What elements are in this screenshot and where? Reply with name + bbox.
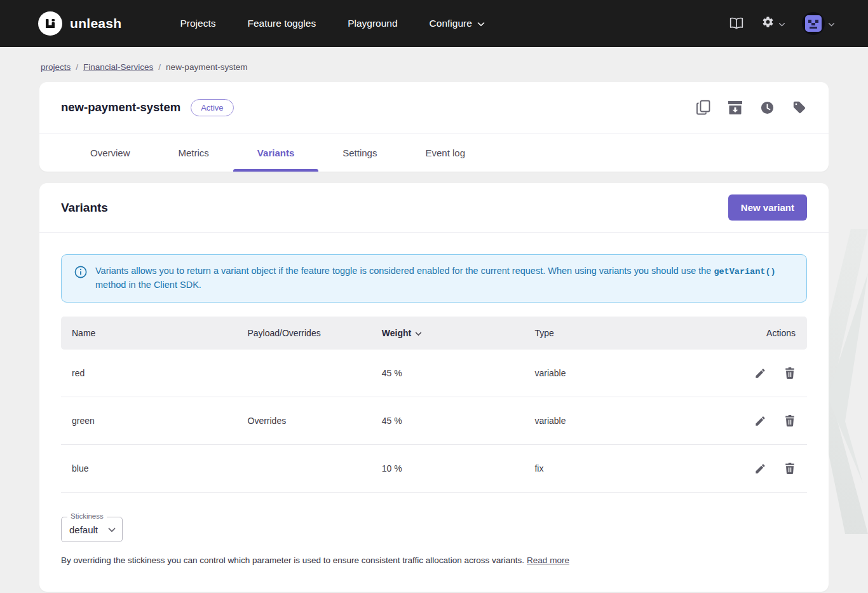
variant-weight: 10 % — [382, 463, 535, 474]
history-clock-icon[interactable] — [760, 100, 775, 115]
new-variant-button[interactable]: New variant — [728, 194, 807, 221]
variants-heading: Variants — [61, 201, 108, 215]
status-badge[interactable]: Active — [191, 99, 233, 116]
variants-table: Name Payload/Overrides Weight Type Actio… — [61, 317, 807, 493]
archive-feature-icon[interactable] — [728, 100, 743, 114]
read-more-link[interactable]: Read more — [527, 556, 569, 565]
column-header-payload: Payload/Overrides — [248, 328, 382, 338]
avatar — [802, 12, 825, 35]
unleash-logo[interactable]: unleash — [38, 11, 121, 36]
info-text: Variants allows you to return a variant … — [95, 264, 794, 292]
table-row: blue 10 % fix — [61, 445, 807, 493]
delete-variant-icon[interactable] — [784, 414, 796, 427]
primary-nav: Projects Feature toggles Playground Conf… — [168, 11, 496, 36]
feature-tabs: Overview Metrics Variants Settings Event… — [39, 133, 829, 172]
tab-event-log[interactable]: Event log — [401, 133, 489, 172]
nav-item-playground[interactable]: Playground — [336, 11, 409, 36]
variant-payload: Overrides — [248, 416, 382, 426]
column-header-actions: Actions — [725, 328, 807, 338]
table-header-row: Name Payload/Overrides Weight Type Actio… — [61, 317, 807, 350]
gear-icon — [761, 15, 775, 32]
settings-menu[interactable] — [761, 15, 785, 32]
edit-variant-icon[interactable] — [754, 414, 766, 427]
sort-chevron-icon — [415, 328, 422, 338]
breadcrumb-current: new-payment-system — [166, 62, 247, 72]
column-header-name: Name — [61, 328, 248, 338]
chevron-down-icon — [778, 18, 785, 29]
nav-item-projects[interactable]: Projects — [168, 11, 227, 36]
variant-type: variable — [534, 416, 724, 426]
table-row: green Overrides 45 % variable — [61, 397, 807, 445]
copy-feature-icon[interactable] — [696, 100, 710, 115]
delete-variant-icon[interactable] — [784, 367, 796, 379]
tag-icon[interactable] — [792, 100, 807, 114]
breadcrumb-project-name[interactable]: Financial-Services — [83, 62, 153, 72]
variant-type: fix — [534, 463, 724, 474]
unleash-logo-text: unleash — [70, 16, 121, 31]
variants-info-alert: Variants allows you to return a variant … — [61, 254, 807, 303]
tab-metrics[interactable]: Metrics — [154, 133, 233, 172]
breadcrumb: projects / Financial-Services / new-paym… — [39, 47, 829, 82]
stickiness-description: By overriding the stickiness you can con… — [61, 556, 807, 565]
variant-type: variable — [534, 368, 724, 378]
edit-variant-icon[interactable] — [754, 367, 766, 379]
nav-item-feature-toggles[interactable]: Feature toggles — [236, 11, 327, 36]
breadcrumb-projects[interactable]: projects — [41, 62, 71, 72]
variant-name: blue — [61, 463, 248, 474]
tab-variants[interactable]: Variants — [233, 133, 318, 172]
tab-settings[interactable]: Settings — [318, 133, 401, 172]
stickiness-value: default — [69, 524, 98, 535]
stickiness-label: Stickiness — [67, 512, 107, 520]
user-menu[interactable] — [802, 12, 835, 35]
page-title: new-payment-system — [61, 100, 180, 114]
variant-weight: 45 % — [382, 416, 535, 426]
info-icon — [74, 266, 87, 283]
delete-variant-icon[interactable] — [784, 462, 796, 475]
tab-overview[interactable]: Overview — [66, 133, 154, 172]
nav-item-configure[interactable]: Configure — [418, 11, 496, 36]
column-header-weight[interactable]: Weight — [382, 328, 535, 338]
chevron-down-icon — [477, 18, 485, 29]
feature-header-card: new-payment-system Active Overview Metri… — [39, 82, 829, 172]
get-variant-code: getVariant() — [714, 267, 775, 276]
documentation-icon[interactable] — [729, 17, 744, 31]
stickiness-select[interactable]: Stickiness default — [61, 517, 123, 542]
unleash-logo-icon — [38, 11, 62, 36]
table-row: red 45 % variable — [61, 350, 807, 397]
variant-weight: 45 % — [382, 368, 535, 378]
variants-card: Variants New variant Variants allows you… — [39, 183, 829, 592]
top-navbar: unleash Projects Feature toggles Playgro… — [0, 0, 868, 47]
chevron-down-icon — [828, 18, 835, 29]
edit-variant-icon[interactable] — [754, 462, 766, 475]
chevron-down-icon — [108, 524, 116, 535]
variant-name: red — [61, 368, 248, 378]
column-header-type: Type — [534, 328, 724, 338]
variant-name: green — [61, 416, 248, 426]
